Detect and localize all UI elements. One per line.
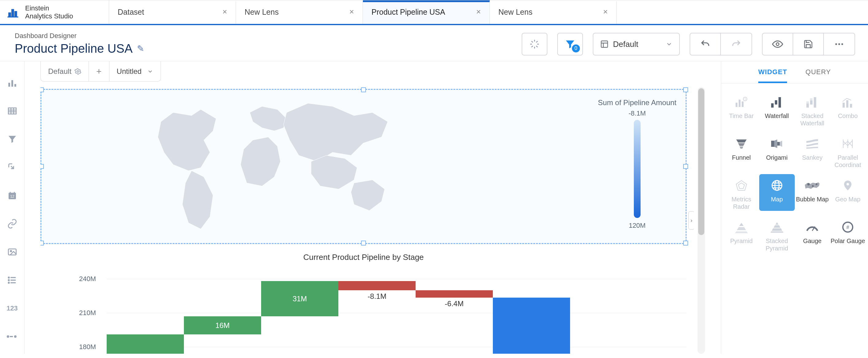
- waterfall-bar[interactable]: 31M: [261, 281, 338, 316]
- svg-rect-32: [806, 101, 809, 103]
- close-icon[interactable]: ×: [476, 8, 481, 16]
- waterfall-widget[interactable]: Current Product Pipeline by Stage 180M21…: [40, 252, 687, 354]
- save-button[interactable]: [793, 33, 824, 55]
- svg-rect-2: [15, 11, 17, 17]
- layout-icon: [600, 40, 609, 49]
- page-tab-default[interactable]: Default: [41, 61, 89, 81]
- page-header: Dashboard Designer Product Pipeline USA …: [0, 25, 868, 61]
- widget-combo[interactable]: Combo: [830, 91, 866, 127]
- axis-tick-label: 180M: [79, 343, 96, 351]
- dashboard-canvas[interactable]: Sum of Pipeline Amount -8.1M 120M Curren…: [40, 87, 694, 354]
- widget-sankey[interactable]: Sankey: [795, 132, 830, 169]
- filter-icon[interactable]: [6, 133, 19, 145]
- svg-point-5: [835, 43, 837, 45]
- widget-geo-map[interactable]: Geo Map: [830, 174, 866, 211]
- panel-collapse-button[interactable]: ›: [688, 211, 694, 230]
- waterfall-bar[interactable]: 16M: [184, 316, 261, 334]
- chart-title: Current Product Pipeline by Stage: [40, 252, 687, 262]
- svg-text:#: #: [846, 225, 849, 230]
- more-button[interactable]: [824, 33, 855, 55]
- resize-handle[interactable]: [40, 164, 44, 169]
- resize-handle[interactable]: [683, 87, 688, 92]
- resize-handle[interactable]: [40, 87, 44, 92]
- filter-count-badge: 0: [572, 44, 580, 52]
- breadcrumb[interactable]: Dashboard Designer: [15, 32, 144, 40]
- tab-new-lens-1[interactable]: New Lens ×: [236, 0, 363, 24]
- tab-new-lens-2[interactable]: New Lens ×: [490, 0, 617, 24]
- tab-widget[interactable]: WIDGET: [758, 68, 787, 83]
- svg-point-23: [77, 70, 79, 72]
- page-tab-untitled[interactable]: Untitled: [110, 61, 161, 81]
- map-widget[interactable]: Sum of Pipeline Amount -8.1M 120M: [40, 89, 687, 244]
- widget-waterfall[interactable]: Waterfall: [759, 91, 795, 127]
- svg-marker-52: [737, 227, 746, 230]
- waterfall-bar[interactable]: -8.1M: [338, 281, 415, 290]
- close-icon[interactable]: ×: [349, 8, 354, 16]
- resize-handle[interactable]: [40, 241, 44, 245]
- widget-funnel[interactable]: Funnel: [724, 132, 759, 169]
- widget-origami[interactable]: Origami: [759, 132, 795, 169]
- layout-select[interactable]: Default: [593, 33, 680, 56]
- widget-stacked-pyramid[interactable]: Stacked Pyramid: [759, 216, 795, 252]
- image-icon[interactable]: [6, 246, 19, 258]
- svg-rect-0: [9, 13, 11, 17]
- widget-parallel-coordinates[interactable]: Parallel Coordinat: [830, 132, 866, 169]
- waterfall-bar[interactable]: [493, 298, 570, 354]
- page-tab-add[interactable]: +: [89, 61, 110, 81]
- svg-rect-31: [806, 103, 809, 108]
- widget-label: Pyramid: [730, 237, 752, 245]
- widget-map[interactable]: Map: [759, 174, 795, 211]
- link-icon[interactable]: [6, 218, 19, 230]
- resize-handle[interactable]: [683, 164, 688, 169]
- filter-button[interactable]: 0: [557, 33, 583, 56]
- container-icon[interactable]: [6, 161, 19, 174]
- analytics-logo-icon: [6, 5, 20, 19]
- widget-gauge[interactable]: Gauge: [795, 216, 830, 252]
- svg-rect-21: [10, 336, 13, 337]
- gear-icon[interactable]: [74, 68, 81, 75]
- number-icon[interactable]: 123: [6, 302, 19, 315]
- svg-rect-9: [11, 80, 13, 87]
- legend-gradient: [634, 120, 641, 218]
- axis-tick-label: 210M: [79, 309, 96, 317]
- waterfall-bar[interactable]: [107, 334, 184, 354]
- svg-point-19: [8, 282, 9, 283]
- tab-query[interactable]: QUERY: [805, 68, 831, 83]
- chart-icon[interactable]: [6, 77, 19, 89]
- undo-button[interactable]: [690, 33, 721, 55]
- toggle-icon[interactable]: [6, 330, 19, 343]
- spark-button[interactable]: [522, 33, 548, 56]
- svg-marker-57: [771, 231, 783, 233]
- widget-label: Map: [771, 196, 783, 203]
- chevron-down-icon: [147, 68, 153, 74]
- widget-time-bar[interactable]: Time Bar: [724, 91, 759, 127]
- svg-marker-51: [739, 223, 744, 226]
- widget-metrics-radar[interactable]: Metrics Radar: [724, 174, 759, 211]
- date-icon[interactable]: 12: [6, 189, 19, 202]
- canvas-scrollbar[interactable]: [698, 87, 705, 354]
- legend-max: 120M: [598, 221, 676, 230]
- tab-dataset[interactable]: Dataset ×: [109, 0, 236, 24]
- svg-rect-25: [739, 100, 741, 107]
- widget-polar-gauge[interactable]: #Polar Gauge: [830, 216, 866, 252]
- redo-button[interactable]: [721, 33, 751, 55]
- widget-stacked-waterfall[interactable]: Stacked Waterfall: [795, 91, 830, 127]
- waterfall-bar[interactable]: -6.4M: [415, 290, 493, 298]
- close-icon[interactable]: ×: [222, 8, 227, 16]
- brand-line1: Einstein: [25, 4, 73, 12]
- resize-handle[interactable]: [683, 241, 688, 245]
- scrollbar-thumb[interactable]: [698, 88, 704, 235]
- preview-button[interactable]: [763, 33, 793, 55]
- right-panel: WIDGET QUERY Time Bar Waterfall Stacked …: [721, 61, 868, 354]
- widget-label: Waterfall: [765, 112, 789, 120]
- close-icon[interactable]: ×: [603, 8, 608, 16]
- list-icon[interactable]: [6, 274, 19, 286]
- tab-product-pipeline-usa[interactable]: Product Pipeline USA ×: [363, 0, 490, 24]
- bar-value-label: -8.1M: [338, 290, 415, 301]
- svg-rect-41: [777, 142, 780, 146]
- table-icon[interactable]: [6, 105, 19, 117]
- widget-bubble-map[interactable]: Bubble Map: [795, 174, 830, 211]
- edit-icon[interactable]: ✎: [137, 43, 144, 54]
- widget-pyramid[interactable]: Pyramid: [724, 216, 759, 252]
- view-save-more-group: [762, 33, 855, 56]
